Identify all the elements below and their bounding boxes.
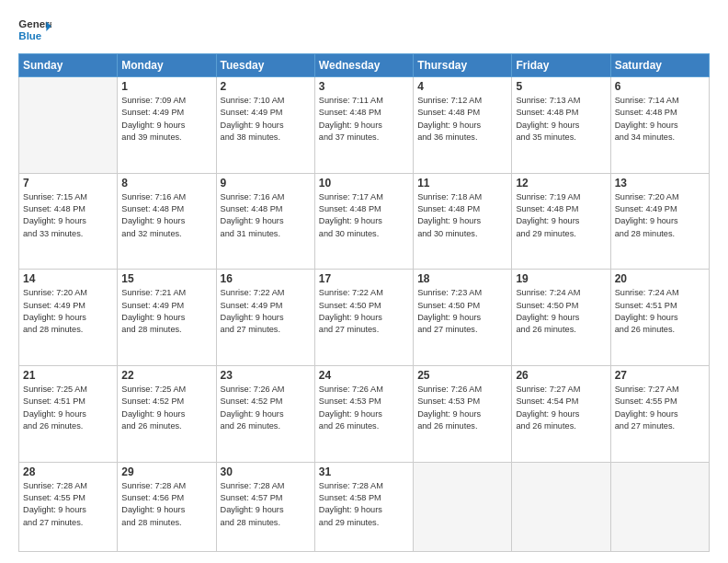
calendar-cell: 6Sunrise: 7:14 AMSunset: 4:48 PMDaylight…: [610, 77, 709, 174]
calendar-cell: 2Sunrise: 7:10 AMSunset: 4:49 PMDaylight…: [216, 77, 314, 174]
day-number: 7: [23, 177, 113, 190]
day-info: Sunrise: 7:20 AMSunset: 4:49 PMDaylight:…: [615, 191, 705, 240]
weekday-header-thursday: Thursday: [414, 54, 512, 77]
calendar-cell: 16Sunrise: 7:22 AMSunset: 4:49 PMDayligh…: [216, 270, 314, 366]
day-number: 12: [516, 177, 606, 190]
day-info: Sunrise: 7:21 AMSunset: 4:49 PMDaylight:…: [121, 287, 211, 336]
day-info: Sunrise: 7:24 AMSunset: 4:50 PMDaylight:…: [516, 287, 606, 336]
day-number: 9: [221, 177, 311, 190]
day-number: 27: [615, 369, 705, 382]
weekday-header-friday: Friday: [512, 54, 610, 77]
calendar-cell: 28Sunrise: 7:28 AMSunset: 4:55 PMDayligh…: [19, 462, 118, 552]
calendar-cell: 21Sunrise: 7:25 AMSunset: 4:51 PMDayligh…: [19, 365, 118, 462]
day-info: Sunrise: 7:26 AMSunset: 4:53 PMDaylight:…: [319, 384, 409, 432]
calendar-cell: 10Sunrise: 7:17 AMSunset: 4:48 PMDayligh…: [314, 173, 413, 270]
day-info: Sunrise: 7:20 AMSunset: 4:49 PMDaylight:…: [23, 287, 113, 336]
day-number: 18: [417, 272, 507, 285]
svg-text:Blue: Blue: [18, 30, 41, 41]
weekday-header-monday: Monday: [118, 54, 216, 77]
header: General Blue: [18, 17, 710, 44]
calendar-week-row: 28Sunrise: 7:28 AMSunset: 4:55 PMDayligh…: [19, 462, 710, 552]
day-info: Sunrise: 7:17 AMSunset: 4:48 PMDaylight:…: [319, 191, 409, 240]
calendar-cell: 31Sunrise: 7:28 AMSunset: 4:58 PMDayligh…: [314, 462, 413, 552]
day-number: 29: [121, 465, 211, 478]
calendar-cell: 29Sunrise: 7:28 AMSunset: 4:56 PMDayligh…: [118, 462, 216, 552]
day-number: 20: [615, 272, 705, 285]
day-info: Sunrise: 7:16 AMSunset: 4:48 PMDaylight:…: [121, 191, 211, 240]
day-info: Sunrise: 7:22 AMSunset: 4:50 PMDaylight:…: [319, 287, 409, 336]
day-info: Sunrise: 7:23 AMSunset: 4:50 PMDaylight:…: [417, 287, 507, 336]
day-number: 17: [319, 272, 409, 285]
day-info: Sunrise: 7:22 AMSunset: 4:49 PMDaylight:…: [221, 287, 311, 336]
day-info: Sunrise: 7:18 AMSunset: 4:48 PMDaylight:…: [417, 191, 507, 240]
weekday-header-row: SundayMondayTuesdayWednesdayThursdayFrid…: [19, 54, 710, 77]
day-info: Sunrise: 7:16 AMSunset: 4:48 PMDaylight:…: [221, 191, 311, 240]
day-number: 24: [319, 369, 409, 382]
day-number: 13: [615, 177, 705, 190]
day-number: 30: [221, 465, 311, 478]
weekday-header-saturday: Saturday: [610, 54, 709, 77]
calendar-cell: 7Sunrise: 7:15 AMSunset: 4:48 PMDaylight…: [19, 173, 118, 270]
calendar-cell: 11Sunrise: 7:18 AMSunset: 4:48 PMDayligh…: [414, 173, 512, 270]
calendar-cell: [19, 77, 118, 174]
day-info: Sunrise: 7:28 AMSunset: 4:57 PMDaylight:…: [221, 480, 311, 529]
calendar-cell: 8Sunrise: 7:16 AMSunset: 4:48 PMDaylight…: [118, 173, 216, 270]
day-info: Sunrise: 7:19 AMSunset: 4:48 PMDaylight:…: [516, 191, 606, 240]
calendar-cell: 4Sunrise: 7:12 AMSunset: 4:48 PMDaylight…: [414, 77, 512, 174]
day-number: 6: [615, 80, 705, 93]
calendar-table: SundayMondayTuesdayWednesdayThursdayFrid…: [18, 53, 710, 552]
day-number: 31: [319, 465, 409, 478]
day-info: Sunrise: 7:26 AMSunset: 4:53 PMDaylight:…: [417, 384, 507, 432]
logo: General Blue: [18, 17, 51, 44]
calendar-cell: 9Sunrise: 7:16 AMSunset: 4:48 PMDaylight…: [216, 173, 314, 270]
day-number: 4: [417, 80, 507, 93]
day-number: 3: [319, 80, 409, 93]
day-info: Sunrise: 7:27 AMSunset: 4:54 PMDaylight:…: [516, 384, 606, 432]
weekday-header-wednesday: Wednesday: [314, 54, 413, 77]
calendar-cell: 19Sunrise: 7:24 AMSunset: 4:50 PMDayligh…: [512, 270, 610, 366]
weekday-header-tuesday: Tuesday: [216, 54, 314, 77]
calendar-cell: 20Sunrise: 7:24 AMSunset: 4:51 PMDayligh…: [610, 270, 709, 366]
day-info: Sunrise: 7:13 AMSunset: 4:48 PMDaylight:…: [516, 95, 606, 144]
calendar-week-row: 21Sunrise: 7:25 AMSunset: 4:51 PMDayligh…: [19, 365, 710, 462]
calendar-cell: 26Sunrise: 7:27 AMSunset: 4:54 PMDayligh…: [512, 365, 610, 462]
day-info: Sunrise: 7:15 AMSunset: 4:48 PMDaylight:…: [23, 191, 113, 240]
calendar-cell: 14Sunrise: 7:20 AMSunset: 4:49 PMDayligh…: [19, 270, 118, 366]
day-info: Sunrise: 7:28 AMSunset: 4:56 PMDaylight:…: [121, 480, 211, 529]
day-number: 11: [417, 177, 507, 190]
page: General Blue SundayMondayTuesdayWednesda…: [0, 0, 728, 563]
calendar-week-row: 14Sunrise: 7:20 AMSunset: 4:49 PMDayligh…: [19, 270, 710, 366]
weekday-header-sunday: Sunday: [19, 54, 118, 77]
day-info: Sunrise: 7:09 AMSunset: 4:49 PMDaylight:…: [121, 95, 211, 144]
day-info: Sunrise: 7:28 AMSunset: 4:55 PMDaylight:…: [23, 480, 113, 529]
day-number: 5: [516, 80, 606, 93]
calendar-cell: 1Sunrise: 7:09 AMSunset: 4:49 PMDaylight…: [118, 77, 216, 174]
day-number: 25: [417, 369, 507, 382]
day-info: Sunrise: 7:25 AMSunset: 4:51 PMDaylight:…: [23, 384, 113, 432]
calendar-cell: [414, 462, 512, 552]
day-number: 8: [121, 177, 211, 190]
day-info: Sunrise: 7:28 AMSunset: 4:58 PMDaylight:…: [319, 480, 409, 529]
day-info: Sunrise: 7:27 AMSunset: 4:55 PMDaylight:…: [615, 384, 705, 432]
calendar-cell: 5Sunrise: 7:13 AMSunset: 4:48 PMDaylight…: [512, 77, 610, 174]
calendar-cell: 27Sunrise: 7:27 AMSunset: 4:55 PMDayligh…: [610, 365, 709, 462]
calendar-cell: 23Sunrise: 7:26 AMSunset: 4:52 PMDayligh…: [216, 365, 314, 462]
calendar-cell: [610, 462, 709, 552]
day-number: 15: [121, 272, 211, 285]
day-info: Sunrise: 7:11 AMSunset: 4:48 PMDaylight:…: [319, 95, 409, 144]
day-number: 22: [121, 369, 211, 382]
day-info: Sunrise: 7:10 AMSunset: 4:49 PMDaylight:…: [221, 95, 311, 144]
day-number: 10: [319, 177, 409, 190]
day-number: 14: [23, 272, 113, 285]
day-info: Sunrise: 7:24 AMSunset: 4:51 PMDaylight:…: [615, 287, 705, 336]
day-info: Sunrise: 7:26 AMSunset: 4:52 PMDaylight:…: [221, 384, 311, 432]
calendar-cell: [512, 462, 610, 552]
calendar-week-row: 7Sunrise: 7:15 AMSunset: 4:48 PMDaylight…: [19, 173, 710, 270]
calendar-cell: 24Sunrise: 7:26 AMSunset: 4:53 PMDayligh…: [314, 365, 413, 462]
logo-icon: General Blue: [18, 17, 51, 44]
day-number: 19: [516, 272, 606, 285]
day-info: Sunrise: 7:12 AMSunset: 4:48 PMDaylight:…: [417, 95, 507, 144]
calendar-cell: 3Sunrise: 7:11 AMSunset: 4:48 PMDaylight…: [314, 77, 413, 174]
calendar-cell: 17Sunrise: 7:22 AMSunset: 4:50 PMDayligh…: [314, 270, 413, 366]
calendar-cell: 22Sunrise: 7:25 AMSunset: 4:52 PMDayligh…: [118, 365, 216, 462]
